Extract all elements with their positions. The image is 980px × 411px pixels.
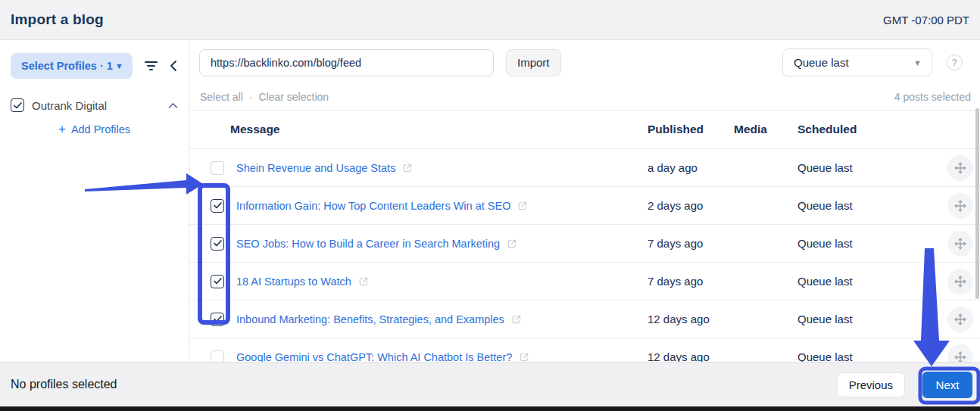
clear-selection-button[interactable]: Clear selection: [258, 91, 329, 103]
post-published: 12 days ago: [648, 313, 734, 325]
feed-url-input[interactable]: [199, 49, 494, 76]
post-title-link[interactable]: 18 AI Startups to Watch: [236, 276, 351, 288]
content-area: Select Profiles · 1 ▼ Outrank Digital +: [0, 40, 980, 362]
external-link-icon[interactable]: [402, 163, 413, 173]
top-bar: Import a blog GMT -07:00 PDT: [0, 0, 980, 40]
bottom-edge-bar: [0, 406, 980, 411]
select-all-button[interactable]: Select all: [200, 91, 243, 103]
timezone-label: GMT -07:00 PDT: [883, 14, 969, 26]
table-row: Information Gain: How Top Content Leader…: [189, 187, 980, 225]
post-checkbox[interactable]: [211, 199, 224, 213]
posts-table: Message Published Media Scheduled Shein …: [189, 110, 980, 362]
check-icon: [214, 278, 222, 285]
import-button[interactable]: Import: [506, 49, 561, 76]
selection-bar: Select all · Clear selection 4 posts sel…: [189, 76, 980, 103]
post-title-link[interactable]: Inbound Marketing: Benefits, Strategies,…: [236, 313, 504, 325]
post-scheduled: Queue last: [797, 237, 947, 250]
reorder-button[interactable]: [947, 193, 973, 219]
reorder-button[interactable]: [947, 344, 973, 363]
chevron-down-icon: ▼: [913, 58, 922, 67]
previous-button[interactable]: Previous: [837, 372, 905, 397]
footer-bar: No profiles selected Previous Next: [0, 362, 980, 406]
post-title-link[interactable]: Shein Revenue and Usage Stats: [236, 162, 395, 174]
separator-dot: ·: [249, 91, 253, 103]
check-icon: [214, 316, 222, 322]
posts-table-header: Message Published Media Scheduled: [189, 110, 980, 149]
check-icon: [214, 240, 222, 247]
external-link-icon[interactable]: [519, 352, 529, 363]
post-checkbox[interactable]: [211, 275, 224, 288]
move-icon: [953, 199, 967, 213]
post-checkbox[interactable]: [211, 350, 224, 363]
collapse-sidebar-button[interactable]: [168, 60, 179, 72]
table-row: SEO Jobs: How to Build a Career in Searc…: [189, 225, 980, 263]
reorder-button[interactable]: [947, 155, 973, 181]
move-icon: [953, 275, 967, 288]
chevron-left-icon: [168, 60, 179, 72]
check-icon: [214, 202, 222, 209]
selected-count-label: 4 posts selected: [894, 91, 971, 103]
table-row: Google Gemini vs ChatGPT: Which AI Chatb…: [189, 338, 980, 362]
post-published: 12 days ago: [648, 350, 734, 362]
profile-group-row: Outrank Digital: [11, 98, 178, 112]
add-profiles-label: Add Profiles: [71, 123, 130, 135]
external-link-icon[interactable]: [358, 276, 369, 287]
table-row: 18 AI Startups to Watch 7 days ago Queue…: [189, 263, 980, 300]
add-profiles-button[interactable]: + Add Profiles: [0, 122, 189, 137]
profiles-sidebar: Select Profiles · 1 ▼ Outrank Digital +: [0, 40, 189, 362]
select-profiles-label: Select Profiles · 1: [21, 60, 113, 72]
chevron-up-icon[interactable]: [168, 102, 178, 109]
reorder-button[interactable]: [947, 269, 973, 294]
column-header-message: Message: [230, 123, 648, 136]
page-title: Import a blog: [11, 11, 104, 28]
post-published: 7 days ago: [648, 275, 734, 288]
reorder-button[interactable]: [947, 307, 973, 332]
post-published: 7 days ago: [648, 237, 734, 250]
external-link-icon[interactable]: [517, 201, 528, 211]
move-icon: [953, 161, 967, 175]
queue-mode-value: Queue last: [794, 56, 849, 69]
post-checkbox[interactable]: [211, 237, 224, 251]
post-scheduled: Queue last: [797, 313, 947, 325]
post-scheduled: Queue last: [797, 275, 947, 288]
footer-status: No profiles selected: [11, 378, 117, 391]
column-header-media: Media: [734, 123, 797, 136]
select-profiles-dropdown[interactable]: Select Profiles · 1 ▼: [11, 53, 133, 79]
post-scheduled: Queue last: [797, 350, 947, 362]
import-blog-window: Import a blog GMT -07:00 PDT Select Prof…: [0, 0, 980, 411]
chevron-down-icon: ▼: [115, 61, 123, 70]
import-toolbar: Import Queue last ▼ ?: [189, 40, 980, 76]
column-header-scheduled: Scheduled: [797, 123, 947, 136]
post-published: a day ago: [648, 161, 734, 174]
profile-group-checkbox[interactable]: [11, 98, 24, 112]
posts-table-body: Shein Revenue and Usage Stats a day ago …: [189, 149, 980, 362]
plus-icon: +: [58, 122, 66, 137]
post-title-link[interactable]: Google Gemini vs ChatGPT: Which AI Chatb…: [236, 351, 512, 363]
move-icon: [953, 237, 967, 251]
external-link-icon[interactable]: [511, 314, 522, 325]
move-icon: [953, 350, 967, 363]
next-button[interactable]: Next: [922, 372, 972, 398]
column-header-published: Published: [648, 123, 734, 136]
filter-icon: [145, 61, 158, 63]
table-row: Inbound Marketing: Benefits, Strategies,…: [189, 300, 980, 338]
post-title-link[interactable]: SEO Jobs: How to Build a Career in Searc…: [236, 238, 500, 250]
move-icon: [953, 313, 967, 326]
post-checkbox[interactable]: [211, 313, 224, 326]
post-scheduled: Queue last: [797, 199, 947, 212]
queue-mode-dropdown[interactable]: Queue last ▼: [782, 48, 932, 76]
post-scheduled: Queue last: [797, 161, 947, 174]
filter-profiles-button[interactable]: [142, 58, 159, 74]
post-published: 2 days ago: [648, 199, 734, 212]
post-title-link[interactable]: Information Gain: How Top Content Leader…: [236, 200, 510, 212]
external-link-icon[interactable]: [507, 238, 517, 249]
help-icon[interactable]: ?: [947, 54, 963, 70]
check-icon: [14, 102, 22, 109]
profile-group-name: Outrank Digital: [32, 99, 168, 112]
main-panel: Import Queue last ▼ ? Select all · Clear…: [189, 40, 980, 362]
table-row: Shein Revenue and Usage Stats a day ago …: [189, 149, 980, 187]
vertical-scrollbar[interactable]: [975, 108, 979, 299]
post-checkbox[interactable]: [211, 161, 224, 175]
reorder-button[interactable]: [947, 231, 973, 257]
